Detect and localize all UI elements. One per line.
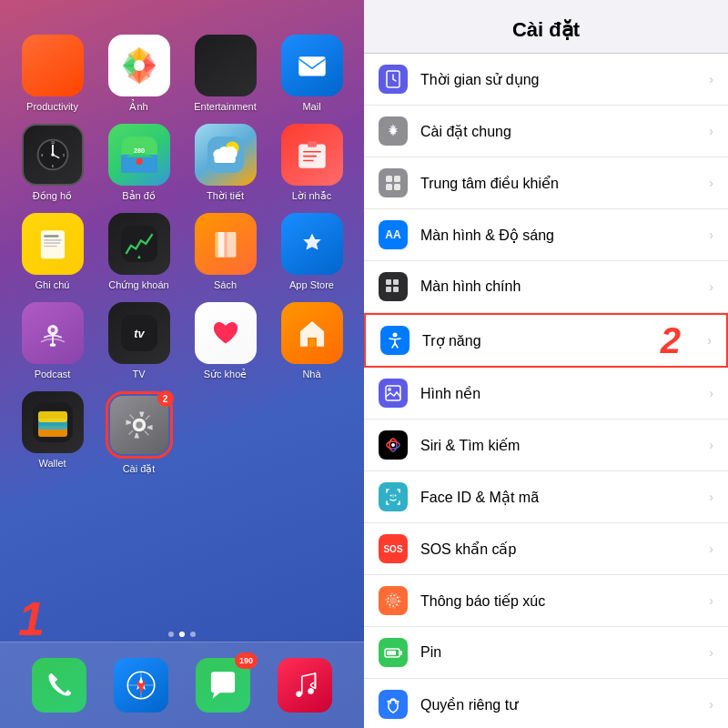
app-health[interactable]: Sức khoẻ bbox=[187, 302, 263, 380]
faceid-label: Face ID & Mật mã bbox=[420, 489, 702, 506]
settings-item-accessibility[interactable]: Trợ năng › 2 bbox=[364, 313, 728, 368]
dock: 190 bbox=[0, 642, 364, 728]
svg-point-50 bbox=[136, 421, 142, 428]
general-chevron: › bbox=[709, 124, 713, 138]
svg-point-76 bbox=[390, 495, 392, 497]
step-2-label: 2 bbox=[661, 320, 681, 361]
app-wallet[interactable]: Wallet bbox=[15, 391, 90, 475]
app-maps[interactable]: 280 Bản đồ bbox=[101, 124, 177, 202]
svg-rect-67 bbox=[393, 279, 399, 285]
app-photos[interactable]: Ảnh bbox=[101, 35, 177, 113]
app-notes[interactable]: Ghi chú bbox=[15, 213, 90, 291]
settings-item-exposure[interactable]: Thông báo tiếp xúc › bbox=[364, 575, 728, 627]
svg-point-79 bbox=[389, 597, 397, 604]
svg-rect-41 bbox=[49, 343, 56, 346]
dock-messages[interactable]: 190 bbox=[196, 658, 250, 713]
svg-rect-30 bbox=[44, 242, 60, 244]
empty-slot-1 bbox=[187, 391, 263, 475]
homescreen-icon bbox=[379, 272, 408, 301]
settings-item-general[interactable]: Cài đặt chung › bbox=[364, 106, 728, 157]
settings-item-battery[interactable]: Pin › bbox=[364, 627, 728, 679]
general-icon bbox=[379, 116, 408, 146]
privacy-icon bbox=[379, 690, 408, 719]
dot-3 bbox=[190, 632, 196, 637]
app-podcast[interactable]: Podcast bbox=[15, 302, 90, 380]
dock-phone[interactable] bbox=[32, 658, 86, 713]
svg-rect-28 bbox=[44, 235, 58, 237]
svg-text:▲: ▲ bbox=[136, 253, 141, 259]
siri-icon bbox=[379, 430, 408, 460]
sos-icon: SOS bbox=[379, 534, 408, 563]
siri-chevron: › bbox=[709, 438, 713, 452]
app-home[interactable]: Nhà bbox=[274, 302, 349, 380]
app-productivity[interactable]: Productivity bbox=[15, 35, 90, 113]
app-row-1: Productivity bbox=[9, 27, 355, 120]
app-clock[interactable]: 12 3 6 9 Đồng hồ bbox=[15, 124, 90, 202]
settings-item-display[interactable]: AA Màn hình & Độ sáng › bbox=[364, 209, 728, 261]
app-clock-label: Đồng hồ bbox=[33, 190, 72, 202]
app-row-2: 12 3 6 9 Đồng hồ 280 bbox=[9, 116, 355, 209]
settings-item-siri[interactable]: Siri & Tìm kiếm › bbox=[364, 420, 728, 471]
wallpaper-icon bbox=[379, 379, 408, 408]
svg-rect-21 bbox=[214, 157, 236, 163]
wallpaper-chevron: › bbox=[709, 386, 713, 400]
svg-text:3: 3 bbox=[62, 154, 64, 157]
app-stocks[interactable]: ▲ Chứng khoán bbox=[101, 213, 177, 291]
app-maps-label: Bản đồ bbox=[122, 190, 156, 202]
app-reminder-label: Lời nhắc bbox=[292, 190, 331, 202]
app-mail[interactable]: Mail bbox=[274, 35, 349, 113]
svg-rect-48 bbox=[38, 411, 67, 422]
dock-safari[interactable] bbox=[114, 658, 168, 713]
app-entertainment[interactable]: Entertainment bbox=[187, 35, 263, 113]
dot-1 bbox=[168, 632, 174, 637]
control-icon bbox=[379, 168, 408, 197]
step-1-label: 1 bbox=[18, 592, 45, 646]
sos-label: SOS khẩn cấp bbox=[420, 541, 702, 558]
svg-text:9: 9 bbox=[41, 154, 43, 157]
battery-icon bbox=[379, 638, 408, 667]
settings-item-homescreen[interactable]: Màn hình chính › bbox=[364, 261, 728, 313]
app-podcast-label: Podcast bbox=[35, 369, 71, 379]
svg-rect-62 bbox=[386, 176, 392, 182]
dock-music[interactable] bbox=[278, 658, 332, 713]
siri-label: Siri & Tìm kiếm bbox=[420, 437, 702, 454]
app-tv[interactable]: tv TV bbox=[101, 302, 177, 380]
settings-title: Cài đặt bbox=[364, 0, 728, 54]
exposure-label: Thông báo tiếp xúc bbox=[420, 592, 702, 610]
svg-rect-29 bbox=[44, 239, 62, 241]
app-stocks-label: Chứng khoán bbox=[108, 279, 168, 291]
settings-item-sos[interactable]: SOS SOS khẩn cấp › bbox=[364, 523, 728, 575]
app-books[interactable]: Sách bbox=[187, 213, 263, 291]
svg-rect-65 bbox=[394, 184, 400, 190]
settings-item-faceid[interactable]: Face ID & Mật mã › bbox=[364, 471, 728, 523]
svg-text:tv: tv bbox=[134, 327, 145, 340]
app-row-3: Ghi chú ▲ Chứng khoán bbox=[9, 206, 355, 298]
app-row-4: Podcast tv TV Sức khoẻ bbox=[9, 295, 355, 388]
svg-rect-37 bbox=[224, 232, 227, 258]
settings-list: Thời gian sử dụng › Cài đặt chung › bbox=[364, 54, 728, 728]
svg-rect-69 bbox=[393, 287, 399, 292]
svg-rect-68 bbox=[386, 287, 391, 292]
settings-item-privacy[interactable]: Quyền riêng tư › bbox=[364, 679, 728, 728]
svg-text:280: 280 bbox=[133, 147, 144, 155]
svg-rect-63 bbox=[394, 176, 400, 182]
svg-rect-66 bbox=[386, 279, 391, 285]
privacy-label: Quyền riêng tư bbox=[420, 696, 702, 713]
screen-time-chevron: › bbox=[709, 72, 713, 86]
app-health-label: Sức khoẻ bbox=[204, 369, 248, 380]
svg-rect-27 bbox=[40, 230, 64, 258]
app-appstore[interactable]: App Store bbox=[274, 213, 349, 291]
screen-time-label: Thời gian sử dụng bbox=[420, 71, 702, 88]
phone-screen: Productivity bbox=[0, 0, 364, 728]
settings-panel: Cài đặt Thời gian sử dụng › Cài đặt chun… bbox=[364, 0, 728, 728]
app-weather[interactable]: Thời tiết bbox=[187, 124, 263, 202]
app-books-label: Sách bbox=[214, 279, 237, 290]
app-settings-highlighted[interactable]: 2 Cài đặt bbox=[101, 391, 177, 475]
settings-item-screen-time[interactable]: Thời gian sử dụng › bbox=[364, 54, 728, 106]
svg-rect-36 bbox=[215, 232, 217, 258]
svg-point-1 bbox=[134, 60, 145, 71]
settings-item-control[interactable]: Trung tâm điều khiển › bbox=[364, 157, 728, 209]
app-notes-label: Ghi chú bbox=[35, 279, 70, 290]
app-reminder[interactable]: Lời nhắc bbox=[274, 124, 349, 202]
settings-item-wallpaper[interactable]: Hình nền › bbox=[364, 368, 728, 420]
